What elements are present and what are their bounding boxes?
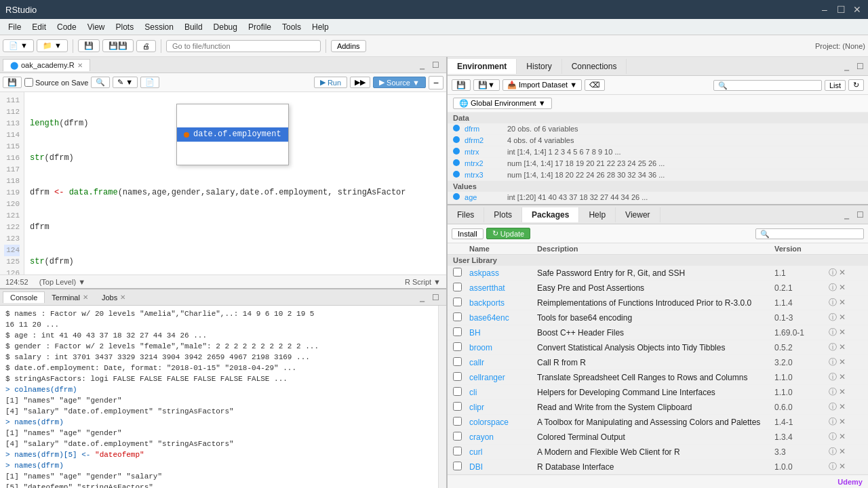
menu-file[interactable]: File: [3, 21, 26, 33]
source-button[interactable]: ▶ Source ▼: [373, 77, 426, 88]
pkg-link-colorspace[interactable]: colorspace: [469, 418, 509, 427]
files-tab-help[interactable]: Help: [579, 207, 616, 222]
compile-button[interactable]: 📄: [140, 77, 159, 88]
pkg-link-curl[interactable]: curl: [469, 447, 482, 457]
minimize-button[interactable]: –: [819, 4, 830, 15]
pkg-help-crayon[interactable]: ⓘ: [829, 432, 837, 441]
find-button[interactable]: 🔍: [91, 77, 110, 88]
env-tab-environment[interactable]: Environment: [448, 59, 517, 74]
pkg-help-BH[interactable]: ⓘ: [829, 327, 837, 337]
autocomplete-popup[interactable]: date.of.employment: [176, 104, 289, 165]
env-search-input[interactable]: [713, 80, 822, 91]
env-row-dfrm[interactable]: dfrm 20 obs. of 6 variables: [448, 123, 868, 135]
env-tab-history[interactable]: History: [517, 59, 561, 74]
pkg-delete-cellranger[interactable]: ✕: [839, 372, 846, 382]
console-tab-jobs[interactable]: Jobs ✕: [95, 292, 132, 303]
pkg-checkbox-cellranger[interactable]: [453, 372, 462, 381]
import-dataset-button[interactable]: 📥 Import Dataset ▼: [502, 79, 582, 91]
print-button[interactable]: 🖨: [136, 40, 156, 52]
pkg-checkbox-colorspace[interactable]: [453, 417, 462, 426]
env-maximize-button[interactable]: ☐: [854, 61, 865, 72]
save-script-button[interactable]: 💾: [3, 77, 22, 88]
terminal-close[interactable]: ✕: [83, 293, 88, 301]
env-row-mtrx[interactable]: mtrx int [1:4, 1:4] 1 2 3 4 5 6 7 8 9 10…: [448, 146, 868, 158]
jobs-close[interactable]: ✕: [120, 293, 125, 301]
pkg-delete-curl[interactable]: ✕: [839, 447, 846, 456]
pkg-delete-backports[interactable]: ✕: [839, 298, 846, 307]
pkg-link-backports[interactable]: backports: [469, 298, 505, 308]
menu-plots[interactable]: Plots: [111, 21, 140, 33]
run-button[interactable]: ▶ Run: [314, 77, 347, 88]
pkg-checkbox-backports[interactable]: [453, 298, 462, 306]
maximize-panel-button[interactable]: ☐: [430, 60, 441, 70]
pkg-link-DBI[interactable]: DBI: [469, 462, 483, 472]
tab-close[interactable]: ✕: [77, 62, 83, 69]
pkg-link-assertthat[interactable]: assertthat: [469, 283, 505, 293]
env-row-mtrx2[interactable]: mtrx2 num [1:4, 1:4] 17 18 19 20 21 22 2…: [448, 158, 868, 169]
console-scrollbar[interactable]: [438, 306, 446, 488]
menu-profile[interactable]: Profile: [243, 21, 277, 33]
env-row-age[interactable]: age int [1:20] 41 40 43 37 18 32 27 44 3…: [448, 192, 868, 203]
pkg-link-clipr[interactable]: clipr: [469, 403, 484, 412]
pkg-help-base64enc[interactable]: ⓘ: [829, 312, 837, 322]
run-next-button[interactable]: ▶▶: [350, 77, 370, 88]
pkg-help-askpass[interactable]: ⓘ: [829, 268, 837, 277]
pkg-link-crayon[interactable]: crayon: [469, 432, 494, 442]
env-var-name[interactable]: mtrx2: [453, 159, 507, 167]
code-lines[interactable]: length(dfrm) str(dfrm) dfrm <- data.fram…: [24, 92, 446, 274]
pkg-delete-cli[interactable]: ✕: [839, 387, 846, 396]
pkg-help-DBI[interactable]: ⓘ: [829, 462, 837, 471]
pkg-delete-clipr[interactable]: ✕: [839, 402, 846, 411]
code-tools-button[interactable]: ✎ ▼: [113, 77, 138, 88]
update-button[interactable]: ↻ Update: [486, 228, 530, 239]
pkg-checkbox-broom[interactable]: [453, 342, 462, 351]
console-tab-console[interactable]: Console: [3, 291, 45, 303]
pkg-checkbox-cli[interactable]: [453, 387, 462, 396]
env-save-button[interactable]: 💾▼: [473, 79, 500, 91]
packages-search-input[interactable]: [755, 228, 864, 239]
close-button[interactable]: ✕: [852, 4, 863, 15]
menu-session[interactable]: Session: [139, 21, 179, 33]
console-maximize-button[interactable]: ☐: [430, 292, 441, 303]
env-load-button[interactable]: 💾: [452, 79, 471, 91]
env-row-mtrx3[interactable]: mtrx3 num [1:4, 1:4] 18 20 22 24 26 28 3…: [448, 169, 868, 181]
env-var-name[interactable]: mtrx: [453, 148, 507, 156]
pkg-link-base64enc[interactable]: base64enc: [469, 313, 509, 323]
open-file-button[interactable]: 📁 ▼: [37, 39, 68, 52]
env-minimize-button[interactable]: ⎯: [841, 61, 852, 72]
addins-button[interactable]: Addins: [331, 40, 366, 52]
save-all-button[interactable]: 💾💾: [102, 39, 134, 52]
pkg-delete-askpass[interactable]: ✕: [839, 268, 846, 277]
pkg-checkbox-crayon[interactable]: [453, 432, 462, 441]
pkg-help-callr[interactable]: ⓘ: [829, 357, 837, 367]
pkg-checkbox-BH[interactable]: [453, 327, 462, 336]
editor-tab-oak-academy[interactable]: ⬤ oak_academy.R ✕: [3, 59, 90, 71]
pkg-help-colorspace[interactable]: ⓘ: [829, 417, 837, 426]
maximize-button[interactable]: ☐: [835, 4, 846, 15]
files-tab-files[interactable]: Files: [448, 207, 484, 222]
pkg-help-clipr[interactable]: ⓘ: [829, 402, 837, 411]
menu-help[interactable]: Help: [307, 21, 334, 33]
editor-content[interactable]: 111 112 113 114 115 116 117 118 119 120 …: [0, 92, 446, 274]
pkg-delete-callr[interactable]: ✕: [839, 357, 846, 367]
pkg-link-cli[interactable]: cli: [469, 388, 477, 397]
env-var-name[interactable]: dfrm: [453, 125, 507, 133]
pkg-link-cellranger[interactable]: cellranger: [469, 373, 505, 382]
files-minimize-button[interactable]: ⎯: [841, 209, 852, 220]
editor-collapse-button[interactable]: −: [429, 76, 443, 89]
pkg-checkbox-clipr[interactable]: [453, 402, 462, 411]
source-on-save-checkbox[interactable]: [24, 78, 33, 87]
pkg-link-callr[interactable]: callr: [469, 358, 484, 367]
menu-edit[interactable]: Edit: [26, 21, 52, 33]
console-content[interactable]: $ names : Factor w/ 20 levels "Amelia","…: [0, 306, 438, 488]
pkg-help-assertthat[interactable]: ⓘ: [829, 283, 837, 292]
go-to-file-input[interactable]: [166, 40, 321, 52]
new-file-button[interactable]: 📄 ▼: [3, 39, 34, 52]
save-button[interactable]: 💾: [78, 39, 100, 52]
global-env-button[interactable]: 🌐 Global Environment ▼: [453, 98, 552, 109]
menu-debug[interactable]: Debug: [208, 21, 243, 33]
menu-tools[interactable]: Tools: [277, 21, 307, 33]
pkg-help-broom[interactable]: ⓘ: [829, 342, 837, 352]
files-maximize-button[interactable]: ☐: [854, 209, 865, 220]
files-tab-packages[interactable]: Packages: [522, 207, 579, 222]
